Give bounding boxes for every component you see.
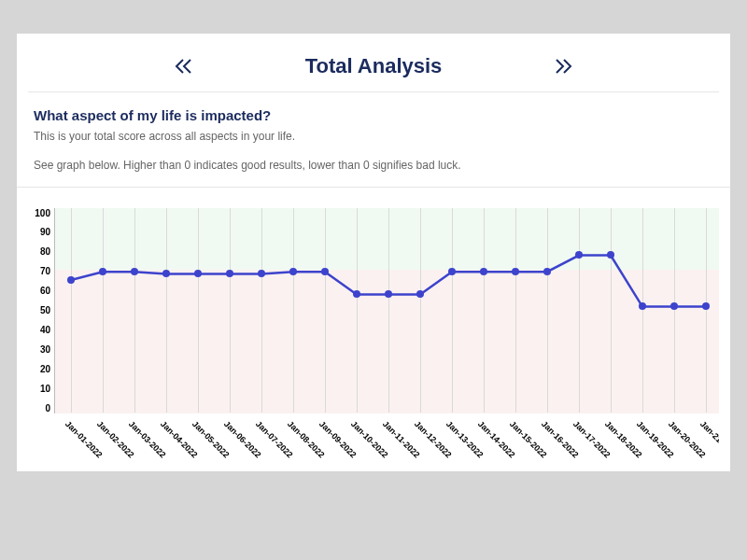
x-tick: Jan-17-2022 xyxy=(562,413,594,468)
y-axis: 1009080706050403020100 xyxy=(28,208,54,413)
x-tick: Jan-15-2022 xyxy=(499,413,530,468)
x-tick: Jan-02-2022 xyxy=(86,413,118,468)
prev-icon[interactable] xyxy=(167,55,203,77)
data-point xyxy=(480,268,487,275)
analysis-card: Total Analysis What aspect of my life is… xyxy=(17,34,730,471)
x-tick: Jan-04-2022 xyxy=(149,413,181,468)
data-point xyxy=(289,268,297,275)
x-tick: Jan-06-2022 xyxy=(213,413,245,468)
data-point xyxy=(416,290,424,298)
x-tick: Jan-21-2022 xyxy=(689,413,719,468)
data-point xyxy=(321,268,329,275)
x-tick: Jan-18-2022 xyxy=(594,413,626,468)
x-axis: Jan-01-2022Jan-02-2022Jan-03-2022Jan-04-… xyxy=(54,413,719,468)
y-tick: 20 xyxy=(40,364,50,374)
data-point xyxy=(385,290,392,298)
x-tick: Jan-20-2022 xyxy=(657,413,689,468)
question-heading: What aspect of my life is impacted? xyxy=(34,107,713,123)
x-tick: Jan-19-2022 xyxy=(626,413,657,468)
chart: 1009080706050403020100 Jan-01-2022Jan-02… xyxy=(17,188,730,471)
data-point xyxy=(639,302,646,310)
data-point xyxy=(512,268,519,275)
x-tick: Jan-07-2022 xyxy=(245,413,276,468)
data-point xyxy=(194,270,202,277)
y-tick: 40 xyxy=(40,325,50,335)
data-point xyxy=(353,290,360,298)
y-tick: 30 xyxy=(40,344,50,355)
y-tick: 10 xyxy=(40,384,50,394)
y-tick: 70 xyxy=(40,266,50,276)
title-row: Total Analysis xyxy=(17,34,730,91)
data-point xyxy=(226,270,233,277)
x-tick: Jan-08-2022 xyxy=(276,413,308,468)
data-point xyxy=(543,268,551,275)
x-tick: Jan-12-2022 xyxy=(403,413,435,468)
subhead: What aspect of my life is impacted? This… xyxy=(17,92,730,174)
y-tick: 100 xyxy=(35,208,50,218)
data-point xyxy=(99,268,106,275)
data-point xyxy=(607,251,614,259)
data-point xyxy=(67,276,75,284)
page-title: Total Analysis xyxy=(305,54,443,78)
series-line xyxy=(55,208,719,413)
x-tick: Jan-01-2022 xyxy=(54,413,86,468)
x-tick: Jan-13-2022 xyxy=(435,413,467,468)
x-tick: Jan-05-2022 xyxy=(181,413,213,468)
data-point xyxy=(575,251,583,259)
plot-area xyxy=(54,208,719,413)
caption-2: See graph below. Higher than 0 indicates… xyxy=(34,158,713,174)
x-tick: Jan-16-2022 xyxy=(530,413,562,468)
y-tick: 90 xyxy=(40,227,50,237)
chart-scroll-area[interactable]: Jan-01-2022Jan-02-2022Jan-03-2022Jan-04-… xyxy=(54,208,719,468)
data-point xyxy=(162,270,170,277)
y-tick: 80 xyxy=(40,246,50,257)
x-tick: Jan-09-2022 xyxy=(308,413,340,468)
data-point xyxy=(258,270,265,277)
y-tick: 0 xyxy=(45,403,50,413)
data-point xyxy=(131,268,138,275)
x-tick: Jan-03-2022 xyxy=(118,413,149,468)
x-tick: Jan-10-2022 xyxy=(340,413,372,468)
data-point xyxy=(702,302,710,310)
x-tick: Jan-14-2022 xyxy=(467,413,499,468)
x-tick: Jan-11-2022 xyxy=(372,413,403,468)
data-point xyxy=(448,268,456,275)
next-icon[interactable] xyxy=(544,55,580,77)
data-point xyxy=(670,302,678,310)
y-tick: 60 xyxy=(40,286,50,296)
y-tick: 50 xyxy=(40,305,50,315)
caption-1: This is your total score across all aspe… xyxy=(34,129,713,145)
